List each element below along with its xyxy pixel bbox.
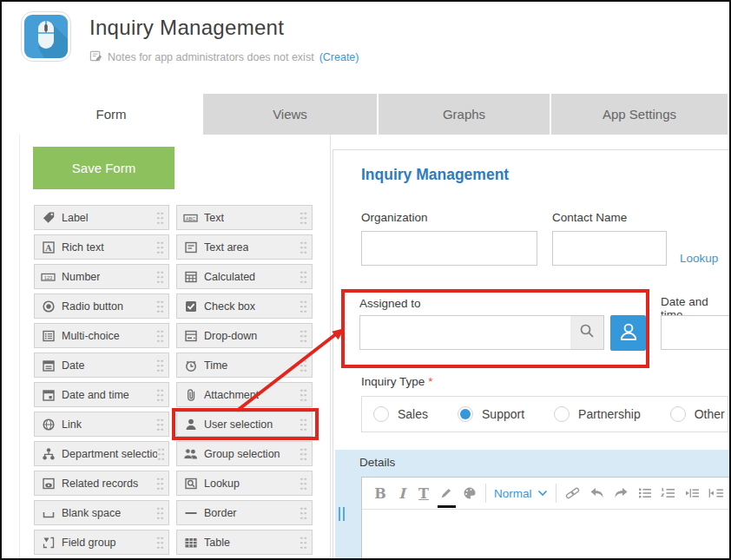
blank-space-icon (41, 505, 56, 520)
people-icon (183, 446, 198, 461)
field-palette-sidebar: Save Form Label ABC Text A Rich text Tex… (19, 135, 331, 560)
palette-item-blank-space[interactable]: Blank space (34, 500, 169, 525)
radio-circle (373, 406, 389, 422)
assigned-to-label: Assigned to (359, 297, 421, 310)
link-chain-icon (564, 485, 581, 501)
insert-link-button[interactable] (564, 483, 581, 504)
radio-support[interactable]: Support (458, 406, 524, 422)
tab-app-settings[interactable]: App Settings (551, 94, 728, 135)
palette-item-lookup[interactable]: Lookup (176, 471, 313, 496)
palette-item-related-records[interactable]: Related records (34, 471, 169, 496)
assigned-to-user-select-button[interactable] (610, 315, 646, 351)
drag-handle-dots[interactable] (300, 270, 307, 284)
drag-handle-dots[interactable] (300, 329, 307, 343)
organization-input[interactable] (361, 231, 537, 266)
palette-item-text-area[interactable]: Text area (176, 234, 313, 260)
radio-partnership[interactable]: Partnership (554, 406, 641, 422)
drag-handle-dots[interactable] (156, 536, 164, 550)
contact-name-input[interactable] (552, 231, 667, 266)
lookup-link[interactable]: Lookup (680, 252, 718, 265)
background-color-button[interactable] (462, 483, 477, 504)
radio-circle (554, 406, 570, 422)
bullet-list-button[interactable] (637, 483, 653, 504)
radio-sales[interactable]: Sales (373, 406, 428, 422)
palette-item-number[interactable]: 123 Number (34, 264, 169, 289)
palette-item-check-box[interactable]: Check box (176, 293, 313, 319)
drag-handle-dots[interactable] (156, 329, 164, 343)
drag-handle-dots[interactable] (300, 418, 307, 432)
undo-button[interactable] (589, 483, 605, 504)
create-notes-link[interactable]: (Create) (319, 51, 359, 63)
palette-item-date[interactable]: Date (34, 352, 169, 378)
drag-handle-dots[interactable] (300, 300, 307, 313)
multi-choice-icon (41, 328, 56, 343)
bullet-list-icon (637, 486, 653, 500)
drag-handle-dots[interactable] (300, 536, 307, 550)
drag-handle-dots[interactable] (156, 300, 164, 313)
drag-handle-dots[interactable] (300, 447, 307, 461)
editor-content-area[interactable] (362, 510, 731, 560)
globe-icon (41, 417, 56, 432)
palette-item-table[interactable]: Table (176, 530, 313, 555)
palette-icon (462, 485, 477, 501)
assigned-to-input[interactable] (359, 315, 571, 350)
indent-button[interactable] (684, 483, 701, 504)
paragraph-format-dropdown[interactable]: Normal (494, 483, 548, 504)
drag-handle-dots[interactable] (156, 506, 164, 520)
outdent-button[interactable] (708, 483, 725, 504)
palette-item-group-selection[interactable]: Group selection (176, 441, 313, 466)
drag-handle-dots[interactable] (300, 211, 307, 225)
radio-other[interactable]: Other (670, 406, 725, 422)
drag-handle-dots[interactable] (156, 388, 164, 402)
palette-item-rich-text[interactable]: A Rich text (34, 234, 169, 260)
date-and-time-input[interactable] (661, 315, 731, 350)
italic-button[interactable]: I (395, 483, 409, 504)
palette-item-calculated[interactable]: Calculated (176, 264, 313, 289)
tab-graphs[interactable]: Graphs (379, 94, 550, 135)
svg-text:123: 123 (44, 274, 53, 280)
details-field-selected[interactable]: Details B I T Normal (335, 450, 731, 560)
bold-button[interactable]: B (373, 483, 387, 504)
radio-icon (41, 299, 56, 313)
user-select-icon (617, 320, 640, 346)
assigned-to-search-button[interactable] (570, 315, 604, 350)
rich-text-icon: A (41, 240, 56, 254)
tab-views[interactable]: Views (203, 94, 377, 135)
tab-form[interactable]: Form (19, 94, 203, 135)
drag-handle-dots[interactable] (300, 359, 307, 372)
palette-item-label[interactable]: Label (34, 205, 169, 230)
palette-item-link[interactable]: Link (34, 412, 169, 437)
notes-icon (89, 49, 102, 65)
field-drag-handle[interactable] (339, 507, 345, 521)
palette-item-border[interactable]: Border (176, 500, 313, 525)
palette-item-text[interactable]: ABC Text (176, 205, 313, 230)
drag-handle-dots[interactable] (156, 359, 164, 372)
drag-handle-dots[interactable] (156, 240, 164, 254)
drag-handle-dots[interactable] (300, 240, 307, 254)
drag-handle-dots[interactable] (157, 447, 164, 461)
drag-handle-dots[interactable] (300, 388, 307, 402)
redo-button[interactable] (613, 483, 629, 504)
drag-handle-dots[interactable] (156, 477, 164, 491)
text-color-button[interactable] (438, 483, 454, 504)
palette-item-department-selection[interactable]: Department selection (34, 441, 169, 466)
palette-item-user-selection[interactable]: User selection (176, 412, 313, 437)
search-icon (578, 322, 596, 343)
drag-handle-dots[interactable] (300, 477, 307, 491)
palette-item-drop-down[interactable]: Drop-down (176, 323, 313, 348)
save-form-button[interactable]: Save Form (33, 147, 175, 189)
palette-item-field-group[interactable]: Field group (34, 530, 169, 555)
drag-handle-dots[interactable] (156, 211, 164, 225)
palette-item-date-and-time[interactable]: Date and time (34, 382, 169, 407)
drag-handle-dots[interactable] (156, 270, 164, 284)
numbered-list-button[interactable] (661, 483, 676, 504)
palette-item-multi-choice[interactable]: Multi-choice (34, 323, 169, 348)
calculator-icon (183, 269, 198, 284)
palette-item-time[interactable]: Time (176, 352, 313, 378)
palette-item-radio-button[interactable]: Radio button (34, 293, 169, 319)
required-mark: * (428, 375, 432, 388)
drag-handle-dots[interactable] (156, 418, 164, 432)
palette-item-attachment[interactable]: Attachment (176, 382, 313, 407)
drag-handle-dots[interactable] (300, 506, 307, 520)
underline-button[interactable]: T (417, 483, 431, 504)
